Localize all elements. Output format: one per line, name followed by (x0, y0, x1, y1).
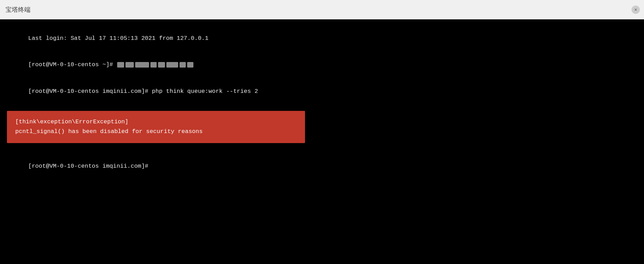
redacted-7 (180, 62, 186, 68)
titlebar: 宝塔终端 × (0, 0, 644, 19)
error-line-1: [think\exception\ErrorException] (15, 117, 297, 127)
redacted-2 (125, 62, 134, 68)
window-title: 宝塔终端 (6, 6, 31, 14)
terminal-line-final: [root@VM-0-10-centos imqinii.com]# (7, 153, 637, 179)
terminal-line-lastlogin: Last login: Sat Jul 17 11:05:13 2021 fro… (7, 25, 637, 52)
error-line-2: pcntl_signal() has been disabled for sec… (15, 127, 297, 137)
terminal-line-command: [root@VM-0-10-centos imqinii.com]# php t… (7, 78, 637, 105)
redacted-1 (117, 62, 124, 68)
redacted-8 (187, 62, 193, 68)
redacted-6 (166, 62, 178, 68)
terminal-line-prompt1: [root@VM-0-10-centos ~]# (7, 52, 637, 78)
redacted-3 (135, 62, 149, 68)
close-button[interactable]: × (632, 6, 640, 14)
redacted-4 (150, 62, 157, 68)
error-box: [think\exception\ErrorException] pcntl_s… (7, 111, 305, 143)
redacted-5 (158, 62, 165, 68)
terminal-body[interactable]: Last login: Sat Jul 17 11:05:13 2021 fro… (0, 19, 644, 264)
terminal-window: 宝塔终端 × Last login: Sat Jul 17 11:05:13 2… (0, 0, 644, 264)
